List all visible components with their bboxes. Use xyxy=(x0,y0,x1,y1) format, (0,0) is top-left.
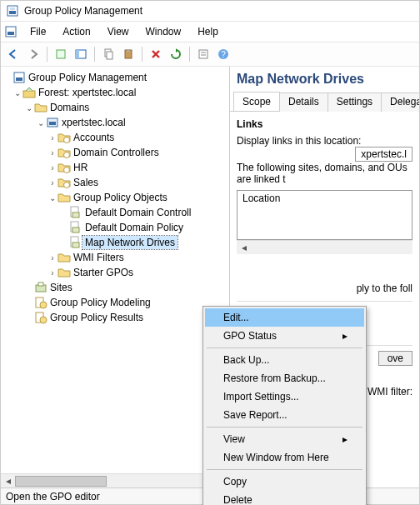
tree-label: HR xyxy=(71,161,90,174)
ctx-backup[interactable]: Back Up... xyxy=(205,351,364,369)
tree-forest[interactable]: ⌄ Forest: xpertstec.local xyxy=(1,85,229,100)
location-dropdown[interactable]: xpertstec.l xyxy=(355,147,412,162)
display-links-label: Display links in this location: xyxy=(237,135,361,147)
new-button[interactable] xyxy=(52,45,70,63)
tab-settings[interactable]: Settings xyxy=(328,92,382,112)
ctx-view[interactable]: View▸ xyxy=(205,430,364,448)
ctx-new-window[interactable]: New Window from Here xyxy=(205,448,364,467)
tree-gpr[interactable]: Group Policy Results xyxy=(1,310,229,325)
tree-gpo-container[interactable]: ⌄ Group Policy Objects xyxy=(1,190,229,205)
tab-details[interactable]: Details xyxy=(279,92,328,112)
expand-icon[interactable]: › xyxy=(48,268,58,278)
refresh-button[interactable] xyxy=(167,45,185,63)
links-list[interactable]: Location xyxy=(237,190,412,240)
tree-label: Sales xyxy=(71,176,101,189)
tree-h-scrollbar[interactable]: ◂ ▸ xyxy=(1,473,229,488)
ou-icon xyxy=(58,161,71,174)
results-icon xyxy=(34,311,48,324)
app-window: Group Policy Management File Action View… xyxy=(0,0,420,505)
tree-label: Domain Controllers xyxy=(71,146,162,159)
scroll-left-icon[interactable]: ◂ xyxy=(237,242,251,253)
app-icon xyxy=(6,4,19,18)
ctx-edit[interactable]: Edit... xyxy=(205,308,364,327)
tree-label: Group Policy Objects xyxy=(71,191,170,204)
ctx-copy[interactable]: Copy xyxy=(205,472,364,491)
tree-root[interactable]: Group Policy Management xyxy=(1,70,229,85)
tree-wmi[interactable]: › WMI Filters xyxy=(1,250,229,265)
tab-delegation[interactable]: Delegation xyxy=(381,92,419,112)
tab-scope[interactable]: Scope xyxy=(233,92,280,111)
expand-icon[interactable]: › xyxy=(48,178,58,188)
ctx-separator xyxy=(207,427,362,428)
tree-label: Sites xyxy=(48,281,75,294)
tree-label: WMI Filters xyxy=(71,251,127,264)
tree-starter-gpos[interactable]: › Starter GPOs xyxy=(1,265,229,280)
paste-button[interactable] xyxy=(119,45,138,63)
properties-button[interactable] xyxy=(194,45,212,63)
expand-icon[interactable]: › xyxy=(48,163,58,172)
tree-gpm[interactable]: Group Policy Modeling xyxy=(1,295,229,310)
ctx-save-report[interactable]: Save Report... xyxy=(205,406,364,424)
remove-button[interactable]: ove xyxy=(378,351,412,366)
tree-label: Group Policy Modeling xyxy=(48,296,153,309)
ctx-separator xyxy=(207,469,362,470)
svg-rect-7 xyxy=(76,50,79,58)
delete-button[interactable] xyxy=(147,45,165,63)
menu-action[interactable]: Action xyxy=(54,23,98,40)
scroll-thumb[interactable] xyxy=(15,476,107,487)
tree-ou-sales[interactable]: › Sales xyxy=(1,175,229,190)
tree-label: Forest: xpertstec.local xyxy=(36,86,138,99)
expand-icon[interactable]: › xyxy=(48,133,58,142)
tree-ou-accounts[interactable]: › Accounts xyxy=(1,130,229,145)
menubar: File Action View Window Help xyxy=(1,22,419,42)
ctx-gpo-status[interactable]: GPO Status▸ xyxy=(205,327,364,345)
tree-label: Default Domain Policy xyxy=(82,221,186,234)
svg-rect-33 xyxy=(38,282,43,286)
svg-rect-18 xyxy=(16,78,22,81)
tabs: Scope Details Settings Delegation Status xyxy=(230,92,419,112)
tree-domain[interactable]: ⌄ xpertstec.local xyxy=(1,115,229,130)
tree-ou-hr[interactable]: › HR xyxy=(1,160,229,175)
show-hide-tree-button[interactable] xyxy=(72,45,90,63)
status-text: Open the GPO editor xyxy=(6,491,100,502)
forward-button[interactable] xyxy=(24,45,42,63)
collapse-icon[interactable]: ⌄ xyxy=(24,103,34,112)
links-h-scrollbar[interactable]: ◂ xyxy=(237,240,412,254)
ctx-delete[interactable]: Delete xyxy=(205,491,364,505)
folder-icon xyxy=(58,191,71,204)
collapse-icon[interactable]: ⌄ xyxy=(36,118,46,128)
tree-domains[interactable]: ⌄ Domains xyxy=(1,100,229,115)
svg-point-23 xyxy=(64,152,70,158)
context-menu: Edit... GPO Status▸ Back Up... Restore f… xyxy=(202,306,367,505)
help-button[interactable]: ? xyxy=(214,45,232,63)
menu-window[interactable]: Window xyxy=(138,23,190,40)
back-button[interactable] xyxy=(4,45,22,63)
links-col-location[interactable]: Location xyxy=(238,191,412,206)
tree-gpo-ddc[interactable]: Default Domain Controll xyxy=(1,205,229,220)
ctx-import[interactable]: Import Settings... xyxy=(205,388,364,406)
menu-view[interactable]: View xyxy=(99,23,138,40)
titlebar: Group Policy Management xyxy=(1,1,419,22)
tree[interactable]: Group Policy Management ⌄ Forest: xperts… xyxy=(1,67,229,473)
folder-icon xyxy=(34,101,48,114)
svg-point-37 xyxy=(40,317,47,323)
tree-gpo-ddp[interactable]: Default Domain Policy xyxy=(1,220,229,235)
menu-file[interactable]: File xyxy=(22,23,54,40)
tree-sites[interactable]: Sites xyxy=(1,280,229,295)
ctx-restore[interactable]: Restore from Backup... xyxy=(205,369,364,388)
expand-icon[interactable]: › xyxy=(48,253,58,262)
copy-button[interactable] xyxy=(99,45,118,63)
scroll-left-icon[interactable]: ◂ xyxy=(1,474,15,488)
tree-label: Map Network Drives xyxy=(82,236,178,249)
collapse-icon[interactable]: ⌄ xyxy=(12,88,22,98)
tree-gpo-mnd[interactable]: Map Network Drives xyxy=(1,235,229,250)
svg-point-24 xyxy=(64,168,70,173)
collapse-icon[interactable]: ⌄ xyxy=(48,193,58,202)
tree-label: Group Policy Results xyxy=(48,311,146,324)
menu-help[interactable]: Help xyxy=(189,23,227,40)
tree-ou-dcs[interactable]: › Domain Controllers xyxy=(1,145,229,160)
menu-app-icon xyxy=(4,25,18,38)
content-area: Group Policy Management ⌄ Forest: xperts… xyxy=(1,67,419,488)
expand-icon[interactable]: › xyxy=(48,148,58,158)
toolbar: ? xyxy=(1,42,419,67)
